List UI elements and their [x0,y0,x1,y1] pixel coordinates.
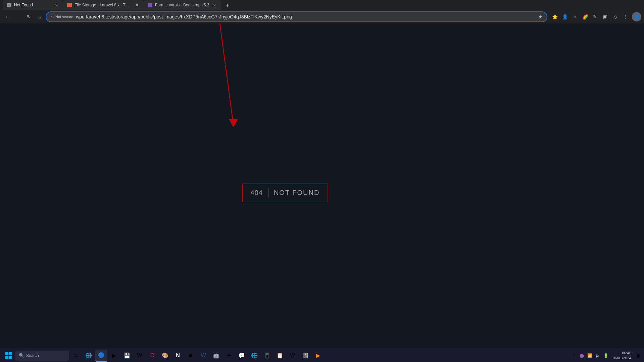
clock-time: 06:46 [622,351,631,355]
tray-color-icon[interactable]: ⬤ [579,352,585,359]
warning-icon: ⚠ [50,14,54,19]
tab-close-3[interactable]: ✕ [212,2,217,8]
error-divider [268,188,268,198]
taskbar-app-wordpress[interactable]: W [134,350,146,362]
taskbar-app-file-explorer[interactable]: 🗂 [70,350,82,362]
nav-toolbar: ⭐ 👤 ⚕ 🌈 ✎ ▣ ◇ ⋮ 👤 [550,12,641,21]
tab-close-1[interactable]: ✕ [54,2,59,8]
taskbar-app-notion[interactable]: N [172,350,184,362]
notification-icon[interactable]: ▣ [635,352,641,359]
tab-label-1: Not Found [14,3,51,7]
start-button[interactable] [3,350,15,362]
system-tray: ⌃ ⬤ 📶 🔈 🔋 06:46 06/01/2024 ▣ [571,351,641,360]
tab-favicon-2 [67,3,72,7]
windows-logo-icon [5,352,12,359]
taskbar-app-network[interactable]: 🌐 [248,350,260,362]
tab-bootstrap[interactable]: Form controls - Bootstrap v5.3 ✕ [144,0,221,10]
extensions-icon[interactable]: ⚕ [570,12,580,21]
taskbar-app-vlc[interactable]: ▶ [312,350,324,362]
taskbar: 🔍 Search 🗂 🌐 🔵 ▶ 💾 W O 🎨 N ■ W 🤖 ✈ 💬 🌐 📱… [0,349,644,362]
taskbar-app-edge[interactable]: 🌐 [83,350,95,362]
settings-icon[interactable]: ⋮ [621,12,630,21]
svg-line-3 [220,23,233,124]
taskbar-app-android2[interactable]: 📱 [261,350,273,362]
tab-not-found[interactable]: Not Found ✕ [3,0,63,10]
taskbar-app-terminal[interactable]: ■ [185,350,197,362]
extensions2-icon[interactable]: ◇ [610,12,620,21]
forward-button[interactable]: → [13,12,23,21]
tray-volume-icon[interactable]: 🔈 [595,352,601,359]
taskbar-app-figma[interactable]: 🎨 [159,350,171,362]
error-code: 404 [251,189,263,197]
more-tools-icon[interactable]: ✎ [590,12,600,21]
taskbar-app-android[interactable]: 🤖 [210,350,222,362]
taskbar-app-youtube[interactable]: ▶ [108,350,120,362]
tray-chevron-icon[interactable]: ⌃ [571,352,577,359]
taskbar-app-chrome[interactable]: 🔵 [95,350,107,362]
back-button[interactable]: ← [3,12,12,21]
tab-laravel[interactable]: File Storage - Laravel 8.x - The ... ✕ [63,0,144,10]
security-label: Not secure [55,15,73,19]
tab-label-2: File Storage - Laravel 8.x - The ... [75,3,132,7]
user-profile-avatar[interactable]: 👤 [632,12,641,21]
taskbar-app-opera[interactable]: O [146,350,158,362]
tray-battery-icon[interactable]: 🔋 [603,352,609,359]
page-content: 404 NOT FOUND [0,23,644,349]
taskbar-app-discord[interactable]: 💬 [236,350,248,362]
tab-favicon-1 [7,3,11,7]
taskbar-search[interactable]: 🔍 Search [15,351,69,361]
taskbar-app-vscode[interactable]: 💾 [121,350,133,362]
system-clock[interactable]: 06:46 06/01/2024 [611,351,633,360]
error-message: NOT FOUND [274,189,320,197]
tab-label-3: Form controls - Bootstrap v5.3 [155,3,209,7]
nav-bar: ← → ↻ ⌂ ⚠ Not secure wpu-laravel-8.test/… [0,10,644,23]
error-box: 404 NOT FOUND [242,184,329,202]
tab-bar: Not Found ✕ File Storage - Laravel 8.x -… [0,0,644,10]
tab-close-2[interactable]: ✕ [134,2,140,8]
address-bar[interactable]: ⚠ Not secure wpu-laravel-8.test/storage/… [46,11,547,22]
taskbar-app-bitdefender[interactable]: 🛡 [287,350,299,362]
color-icon[interactable]: 🌈 [580,12,590,21]
bookmark-toolbar-icon[interactable]: ⭐ [550,12,559,21]
search-icon: 🔍 [19,353,24,358]
browser-chrome: Not Found ✕ File Storage - Laravel 8.x -… [0,0,644,23]
search-label: Search [26,353,39,358]
svg-point-2 [9,6,9,6]
url-display: wpu-laravel-8.test/storage/app/public/po… [76,14,536,19]
home-button[interactable]: ⌂ [35,12,44,21]
bookmark-icon[interactable]: ★ [538,14,543,19]
tray-wifi-icon[interactable]: 📶 [587,352,593,359]
taskbar-app-notion2[interactable]: 📓 [299,350,311,362]
app-icon[interactable]: ▣ [600,12,610,21]
reload-button[interactable]: ↻ [24,12,34,21]
tab-favicon-3 [148,3,152,7]
clock-date: 06/01/2024 [613,356,631,360]
new-tab-button[interactable]: + [222,1,232,10]
security-indicator: ⚠ Not secure [50,14,73,19]
taskbar-app-word[interactable]: W [197,350,209,362]
svg-marker-4 [229,119,238,127]
profiles-icon[interactable]: 👤 [560,12,569,21]
taskbar-app-notepad[interactable]: 📋 [274,350,286,362]
taskbar-app-telegram[interactable]: ✈ [223,350,235,362]
